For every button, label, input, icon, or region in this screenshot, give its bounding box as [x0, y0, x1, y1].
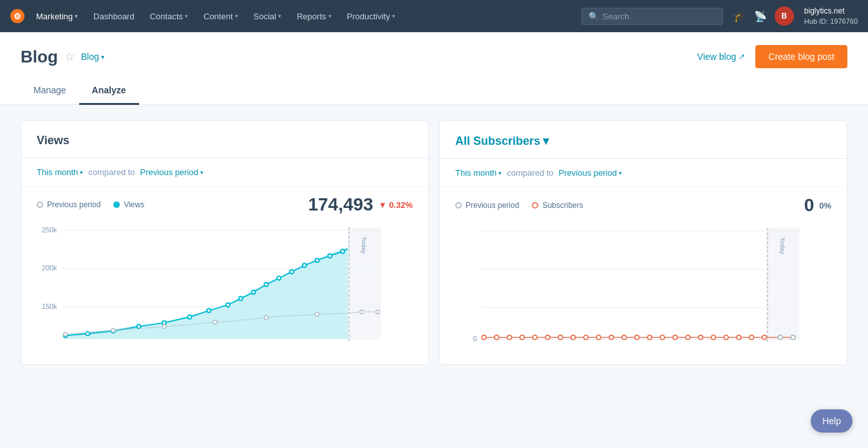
svg-point-20 — [239, 297, 243, 301]
svg-point-53 — [583, 335, 588, 340]
legend-views: Views — [113, 200, 144, 209]
svg-point-62 — [699, 335, 703, 340]
nav-dashboard[interactable]: Dashboard — [87, 8, 141, 25]
svg-point-23 — [277, 276, 281, 280]
views-metric-value: 174,493 ▼ 0.32% — [308, 194, 413, 215]
svg-point-29 — [64, 332, 68, 336]
svg-point-64 — [724, 335, 728, 340]
external-link-icon: ↗ — [739, 52, 745, 61]
views-chart-card: Views This month ▾ compared to Previous … — [21, 120, 429, 365]
views-legend: Previous period Views — [37, 200, 144, 209]
chevron-down-icon: ▾ — [75, 13, 78, 19]
hubspot-logo: ⚙ — [10, 9, 24, 23]
svg-point-25 — [303, 263, 307, 267]
svg-point-63 — [711, 335, 715, 340]
svg-text:Today: Today — [779, 238, 786, 254]
svg-point-60 — [673, 335, 677, 340]
svg-point-47 — [507, 335, 512, 340]
view-blog-link[interactable]: View blog ↗ — [697, 51, 745, 62]
svg-point-54 — [596, 335, 601, 340]
chevron-down-icon: ▾ — [185, 13, 188, 19]
svg-point-36 — [376, 310, 380, 314]
svg-point-26 — [316, 258, 319, 262]
subscribers-chart-svg: Today 0 — [455, 221, 831, 350]
svg-point-58 — [647, 335, 652, 340]
nav-reports[interactable]: Reports ▾ — [290, 8, 338, 25]
nav-content[interactable]: Content ▾ — [197, 8, 245, 25]
top-navigation: ⚙ Marketing ▾ Dashboard Contacts ▾ Conte… — [0, 0, 868, 32]
svg-point-69 — [791, 335, 795, 340]
search-bar[interactable]: 🔍 — [581, 8, 723, 25]
views-previous-period-btn[interactable]: Previous period ▾ — [140, 167, 203, 177]
chevron-down-icon: ▾ — [328, 13, 332, 19]
tab-manage[interactable]: Manage — [21, 79, 79, 105]
views-legend-row: Previous period Views 174,493 ▼ 0.32% — [21, 187, 428, 220]
svg-point-31 — [162, 324, 166, 328]
page-header: Blog ☆ Blog ▾ View blog ↗ Create blog po… — [0, 32, 868, 105]
legend-dot-views — [113, 201, 120, 208]
search-input[interactable] — [603, 12, 716, 21]
svg-point-61 — [686, 335, 690, 340]
subscribers-chart-controls: This month ▾ compared to Previous period… — [440, 159, 847, 187]
create-blog-post-button[interactable]: Create blog post — [755, 45, 847, 68]
svg-point-22 — [264, 283, 268, 286]
views-this-month-btn[interactable]: This month ▾ — [37, 167, 83, 177]
svg-point-59 — [660, 335, 665, 340]
svg-point-66 — [750, 335, 754, 340]
subscribers-chart-area: Today 0 — [440, 221, 847, 364]
svg-point-48 — [520, 335, 524, 340]
breadcrumb-link[interactable]: Blog ▾ — [81, 51, 104, 62]
broadcast-icon[interactable]: 📡 — [754, 10, 767, 23]
favorite-star-icon[interactable]: ☆ — [64, 50, 75, 64]
svg-point-49 — [533, 335, 537, 340]
compared-to-label: compared to — [507, 168, 553, 178]
svg-text:250k: 250k — [42, 226, 57, 234]
nav-contacts[interactable]: Contacts ▾ — [144, 8, 194, 25]
svg-point-67 — [762, 335, 767, 340]
svg-point-45 — [482, 335, 486, 340]
subscribers-metric-value: 0 0% — [804, 195, 831, 216]
views-chart-area: 250k 200k 150k Today — [21, 220, 428, 364]
svg-point-19 — [226, 303, 230, 307]
subscribers-previous-period-btn[interactable]: Previous period ▾ — [559, 168, 622, 178]
nav-social[interactable]: Social ▾ — [247, 8, 288, 25]
nav-icons-group: 🎓 📡 B biglytics.net Hub ID: 1976760 — [733, 6, 858, 26]
svg-point-30 — [111, 328, 115, 332]
subscribers-legend: Previous period Subscribers — [455, 201, 583, 210]
subscribers-chart-card: All Subscribers ▾ This month ▾ compared … — [439, 120, 847, 365]
views-chart-title: Views — [37, 134, 413, 147]
svg-point-28 — [341, 250, 344, 254]
subscribers-legend-row: Previous period Subscribers 0 0% — [440, 187, 847, 221]
svg-point-21 — [252, 290, 256, 294]
svg-point-56 — [622, 335, 627, 340]
tab-analyze[interactable]: Analyze — [79, 79, 139, 105]
search-icon: 🔍 — [589, 12, 599, 21]
svg-text:Today: Today — [361, 237, 368, 254]
svg-point-34 — [316, 313, 319, 317]
page-title-row: Blog ☆ Blog ▾ — [21, 47, 104, 67]
svg-point-35 — [360, 310, 364, 314]
chevron-down-icon: ▾ — [200, 169, 203, 176]
views-card-header: Views — [21, 121, 428, 158]
nav-marketing[interactable]: Marketing ▾ — [30, 8, 84, 25]
subscribers-this-month-btn[interactable]: This month ▾ — [455, 168, 502, 178]
svg-point-24 — [290, 270, 294, 274]
chevron-down-icon: ▾ — [101, 53, 104, 61]
main-content: Views This month ▾ compared to Previous … — [0, 105, 868, 380]
svg-point-32 — [213, 320, 217, 324]
page-header-top: Blog ☆ Blog ▾ View blog ↗ Create blog po… — [21, 45, 847, 68]
svg-point-68 — [778, 335, 782, 340]
graduation-icon[interactable]: 🎓 — [733, 10, 746, 23]
subscribers-chart-title[interactable]: All Subscribers ▾ — [455, 134, 831, 148]
chevron-down-icon: ▾ — [392, 13, 395, 19]
svg-point-46 — [495, 335, 499, 340]
avatar[interactable]: B — [775, 6, 794, 26]
legend-dot-subscribers — [532, 202, 538, 209]
subscribers-metric-change: 0% — [819, 201, 831, 210]
chevron-down-icon: ▾ — [80, 169, 83, 176]
subscribers-card-header: All Subscribers ▾ — [440, 121, 847, 159]
legend-previous-period: Previous period — [37, 200, 100, 209]
nav-productivity[interactable]: Productivity ▾ — [341, 8, 402, 25]
svg-point-33 — [264, 316, 268, 320]
svg-point-57 — [635, 335, 639, 340]
